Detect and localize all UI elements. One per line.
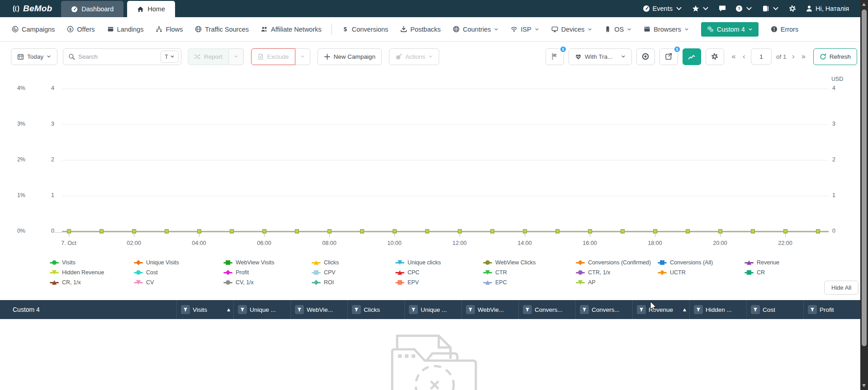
- column-filter-button[interactable]: [409, 305, 418, 314]
- nav-item-affiliate-networks[interactable]: Affiliate Networks: [261, 26, 322, 33]
- legend-item-hidden-revenue[interactable]: Hidden Revenue: [50, 269, 104, 276]
- prev-page-button[interactable]: ‹: [741, 52, 746, 61]
- column-filter-button[interactable]: [694, 305, 703, 314]
- feedback-button[interactable]: [719, 5, 726, 12]
- column-header-revenue[interactable]: Revenue▲: [632, 300, 689, 319]
- refresh-button[interactable]: Refresh: [813, 48, 857, 65]
- hide-all-button[interactable]: Hide All: [824, 281, 859, 295]
- column-filter-button[interactable]: [295, 305, 304, 314]
- legend-item-cv[interactable]: CV: [134, 279, 154, 286]
- tab-home[interactable]: Home: [127, 1, 175, 17]
- traffic-filter-dropdown[interactable]: With Tra...: [569, 48, 632, 65]
- report-button[interactable]: Report: [188, 48, 229, 65]
- nav-item-devices[interactable]: Devices: [551, 26, 593, 33]
- actions-button[interactable]: Actions: [389, 48, 439, 65]
- legend-item-epc[interactable]: EPC: [483, 279, 507, 286]
- nav-item-countries[interactable]: Countries: [453, 26, 498, 33]
- legend-item-cr[interactable]: CR: [745, 269, 765, 276]
- legend-item-cr-1-x[interactable]: CR, 1/x: [50, 279, 81, 286]
- nav-item-campaigns[interactable]: Campaigns: [12, 26, 55, 33]
- exclude-dropdown-button[interactable]: [295, 48, 310, 65]
- last-page-button[interactable]: »: [800, 52, 806, 61]
- search-input[interactable]: [78, 53, 161, 60]
- column-filter-button[interactable]: [637, 305, 646, 314]
- bemob-logo[interactable]: BeMob: [0, 0, 61, 17]
- legend-item-conversions-confirmed[interactable]: Conversions (Confirmed): [576, 259, 651, 266]
- next-page-button[interactable]: ›: [791, 52, 796, 61]
- column-header-unique[interactable]: Unique ...: [233, 300, 290, 319]
- legend-item-visits[interactable]: Visits: [50, 259, 76, 266]
- scrollbar-thumb[interactable]: [862, 9, 867, 346]
- column-filter-button[interactable]: [352, 305, 361, 314]
- nav-item-postbacks[interactable]: Postbacks: [400, 26, 441, 33]
- legend-item-cpc[interactable]: CPC: [395, 269, 419, 276]
- legend-item-ctr-1-x[interactable]: CTR, 1/x: [576, 269, 610, 276]
- legend-item-uctr[interactable]: UCTR: [658, 269, 686, 276]
- nav-item-landings[interactable]: Landings: [107, 26, 144, 33]
- nav-item-custom-4[interactable]: Custom 4: [701, 22, 759, 37]
- settings-button[interactable]: [789, 5, 796, 12]
- column-filter-button[interactable]: [523, 305, 532, 314]
- table-settings-button[interactable]: [706, 48, 724, 65]
- chart-toggle-button[interactable]: [683, 48, 701, 65]
- column-filter-button[interactable]: [466, 305, 475, 314]
- user-menu[interactable]: Hi, Наталія: [806, 5, 849, 12]
- scroll-down-arrow[interactable]: [862, 384, 866, 387]
- flag-filter-button[interactable]: $: [545, 48, 564, 65]
- search-type-dropdown[interactable]: T: [161, 51, 179, 63]
- nav-item-offers[interactable]: Offers: [67, 26, 95, 33]
- date-range-button[interactable]: Today: [11, 48, 57, 65]
- nav-item-conversions[interactable]: Conversions: [342, 26, 389, 33]
- legend-item-ctr[interactable]: CTR: [483, 269, 507, 276]
- column-filter-button[interactable]: [238, 305, 247, 314]
- legend-item-clicks[interactable]: Clicks: [312, 259, 339, 266]
- column-header-profit[interactable]: Profit: [803, 300, 860, 319]
- events-menu[interactable]: Events: [643, 5, 683, 12]
- nav-item-browsers[interactable]: Browsers: [644, 26, 688, 33]
- tab-dashboard[interactable]: Dashboard: [61, 1, 123, 17]
- first-page-button[interactable]: «: [730, 52, 737, 61]
- report-dropdown-button[interactable]: [229, 48, 244, 65]
- legend-item-unique-visits[interactable]: Unique Visits: [134, 259, 179, 266]
- share-button[interactable]: $: [659, 48, 678, 65]
- column-header-cost[interactable]: Cost: [746, 300, 803, 319]
- legend-item-cv-1-x[interactable]: CV, 1/x: [223, 279, 254, 286]
- legend-item-cpv[interactable]: CPV: [312, 269, 336, 276]
- column-header-hidden[interactable]: Hidden ...: [689, 300, 746, 319]
- page-number-input[interactable]: [751, 48, 772, 65]
- legend-item-revenue[interactable]: Revenue: [745, 259, 779, 266]
- nav-item-flows[interactable]: Flows: [156, 26, 183, 33]
- favorites-menu[interactable]: [692, 5, 709, 12]
- column-header-visits[interactable]: Visits▲: [176, 300, 233, 319]
- column-header-convers[interactable]: Convers...: [518, 300, 575, 319]
- legend-item-webview-visits[interactable]: WebView Visits: [223, 259, 274, 266]
- column-header-webvie[interactable]: WebVie...: [290, 300, 347, 319]
- legend-item-conversions-all[interactable]: Conversions (All): [658, 259, 713, 266]
- column-header-webvie[interactable]: WebVie...: [461, 300, 518, 319]
- nav-item-traffic-sources[interactable]: Traffic Sources: [195, 26, 249, 33]
- resources-menu[interactable]: [762, 5, 779, 12]
- legend-item-profit[interactable]: Profit: [223, 269, 249, 276]
- nav-item-isp[interactable]: ISP: [511, 26, 539, 33]
- nav-item-os[interactable]: OS: [604, 26, 631, 33]
- help-menu[interactable]: [735, 5, 753, 12]
- legend-item-ap[interactable]: AP: [576, 279, 596, 286]
- column-header-convers[interactable]: Convers...: [575, 300, 632, 319]
- column-filter-button[interactable]: [181, 305, 190, 314]
- legend-item-epv[interactable]: EPV: [395, 279, 419, 286]
- column-filter-button[interactable]: [580, 305, 589, 314]
- nav-item-errors[interactable]: Errors: [771, 26, 798, 33]
- scroll-up-arrow[interactable]: [862, 3, 866, 6]
- column-header-unique[interactable]: Unique ...: [404, 300, 461, 319]
- new-campaign-button[interactable]: New Campaign: [318, 48, 382, 65]
- visibility-button[interactable]: [636, 48, 655, 65]
- exclude-button[interactable]: Exclude: [251, 48, 295, 65]
- legend-item-webview-clicks[interactable]: WebView Clicks: [483, 259, 536, 266]
- column-filter-button[interactable]: [808, 305, 817, 314]
- column-header-custom-4[interactable]: Custom 4: [0, 300, 176, 319]
- legend-item-cost[interactable]: Cost: [134, 269, 158, 276]
- legend-item-unique-clicks[interactable]: Unique clicks: [395, 259, 441, 266]
- column-filter-button[interactable]: [751, 305, 760, 314]
- column-header-clicks[interactable]: Clicks: [347, 300, 404, 319]
- legend-item-roi[interactable]: ROI: [312, 279, 334, 286]
